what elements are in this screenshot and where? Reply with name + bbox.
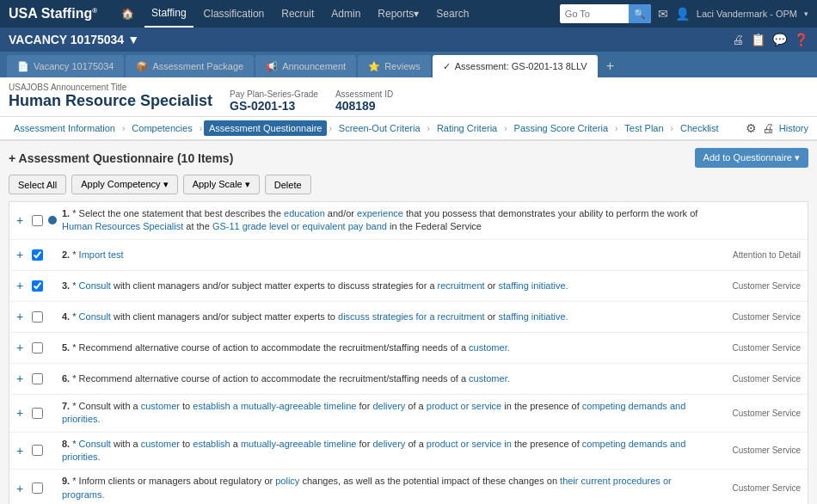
bc-assessment-information[interactable]: Assessment Information [9,120,120,136]
bc-competencies[interactable]: Competencies [126,120,197,136]
question-text-8: 8. * Consult with a customer to establis… [62,438,710,464]
tab-announcement[interactable]: 📢 Announcement [255,55,356,77]
bc-right-icons: ⚙ 🖨 History [746,121,808,135]
vacancy-title: VACANCY 10175034 ▼ [9,33,139,46]
bc-sep-4: › [427,124,430,133]
toolbar: Select All Apply Competency ▾ Apply Scal… [9,175,808,194]
checkbox-5[interactable] [32,342,43,353]
breadcrumb-nav: Assessment Information › Competencies › … [0,117,817,141]
checkbox-3[interactable] [32,280,43,292]
bc-sep-1: › [122,124,125,133]
table-row: + 2. * Import test Attention to Detail [9,240,808,271]
assessment-id-group: Assessment ID 408189 [335,89,393,113]
question-tag-6: Customer Service [715,374,801,384]
mail-icon[interactable]: ✉ [658,7,668,21]
print-bc-icon[interactable]: 🖨 [762,121,774,135]
question-tag-3: Customer Service [715,281,801,291]
nav-home[interactable]: 🏠 [114,0,141,28]
bc-sep-7: › [671,124,673,133]
tab-vacancy[interactable]: 📄 Vacancy 10175034 [7,55,124,77]
user-name: Laci Vandermark - OPM [697,9,797,19]
expand-icon-8[interactable]: + [16,444,27,458]
table-row: + 5. * Recommend alternative course of a… [9,333,808,364]
question-tag-5: Customer Service [715,343,801,353]
bc-passing-score[interactable]: Passing Score Criteria [509,120,613,136]
checkbox-4[interactable] [32,311,43,323]
expand-icon-3[interactable]: + [16,279,27,292]
bc-screen-out[interactable]: Screen-Out Criteria [334,120,426,136]
bc-sep-5: › [504,124,507,133]
section-header: + Assessment Questionnaire (10 Items) Ad… [9,148,808,168]
nav-links: 🏠 Staffing Classification Recruit Admin … [114,0,560,28]
table-row: + 3. * Consult with client managers and/… [9,271,808,302]
print-icon[interactable]: 🖨 [732,33,744,46]
bc-checklist[interactable]: Checklist [675,120,724,136]
tab-vacancy-icon: 📄 [17,61,29,72]
apply-competency-button[interactable]: Apply Competency ▾ [71,175,177,194]
goto-search[interactable]: 🔍 [560,4,651,23]
pay-plan-label: Pay Plan-Series-Grade [230,89,318,99]
question-text-6: 6. * Recommend alternative course of act… [62,372,710,385]
question-tag-7: Customer Service [715,409,801,418]
question-text-9: 9. * Inform clients or managers about re… [62,475,710,501]
tab-assessment-active[interactable]: ✓ Assessment: GS-0201-13 8LLV [433,55,598,77]
table-row: + 7. * Consult with a customer to establ… [9,395,808,433]
table-row: + 6. * Recommend alternative course of a… [9,364,808,395]
nav-classification[interactable]: Classification [197,0,272,28]
vacancy-dropdown-icon[interactable]: ▼ [127,33,139,46]
table-row: + 8. * Consult with a customer to establ… [9,433,808,470]
bc-test-plan[interactable]: Test Plan [619,120,668,136]
question-tag-9: Customer Service [715,483,801,493]
checkbox-2[interactable] [32,249,43,261]
checkbox-7[interactable] [32,408,43,419]
add-to-questionnaire-button[interactable]: Add to Questionnaire ▾ [695,148,808,168]
table-row: + 4. * Consult with client managers and/… [9,302,808,333]
bc-rating-criteria[interactable]: Rating Criteria [432,120,502,136]
expand-icon-2[interactable]: + [16,248,27,261]
settings-icon[interactable]: ⚙ [746,121,757,135]
goto-input[interactable] [560,4,629,23]
bc-assessment-questionnaire[interactable]: Assessment Questionnaire [204,120,327,136]
nav-reports[interactable]: Reports ▾ [371,0,426,28]
history-link[interactable]: History [779,123,808,133]
checkbox-6[interactable] [32,373,43,384]
expand-icon-1[interactable]: + [16,213,27,227]
expand-icon-7[interactable]: + [16,406,27,420]
checkbox-1[interactable] [32,215,43,226]
main-content: + Assessment Questionnaire (10 Items) Ad… [0,141,817,504]
question-text-5: 5. * Recommend alternative course of act… [62,341,710,354]
tab-assessment-package-icon: 📦 [136,61,148,72]
checkbox-8[interactable] [32,445,43,456]
bc-sep-3: › [329,124,331,133]
question-text-4: 4. * Consult with client managers and/or… [62,310,710,323]
pay-plan-value: GS-0201-13 [230,99,295,113]
expand-icon-4[interactable]: + [16,310,27,323]
question-list: + 1. * Select the one statement that bes… [9,201,808,504]
nav-admin[interactable]: Admin [324,0,367,28]
job-title: Human Resource Specialist [9,92,212,109]
tab-add-button[interactable]: + [599,55,621,77]
tab-assessment-package[interactable]: 📦 Assessment Package [126,55,254,77]
usajobs-label: USAJOBS Announcement Title [9,83,212,92]
delete-button[interactable]: Delete [265,175,311,194]
nav-recruit[interactable]: Recruit [274,0,321,28]
goto-button[interactable]: 🔍 [629,4,651,23]
header-info: USAJOBS Announcement Title Human Resourc… [0,77,817,117]
expand-icon-6[interactable]: + [16,372,27,385]
expand-icon-5[interactable]: + [16,341,27,354]
user-dropdown-icon[interactable]: ▾ [804,9,808,18]
checkbox-9[interactable] [32,482,43,494]
tab-reviews[interactable]: ⭐ Reviews [358,55,431,77]
nav-search[interactable]: Search [429,0,476,28]
help-icon[interactable]: ❓ [794,33,808,46]
question-tag-2: Attention to Detail [715,250,801,260]
tabs-row: 📄 Vacancy 10175034 📦 Assessment Package … [0,52,817,77]
nav-staffing[interactable]: Staffing [144,0,193,28]
expand-icon-9[interactable]: + [16,482,27,495]
header-labels: USAJOBS Announcement Title Human Resourc… [9,83,808,113]
clipboard-icon[interactable]: 📋 [751,33,765,46]
apply-scale-button[interactable]: Apply Scale ▾ [183,175,260,194]
comment-icon[interactable]: 💬 [772,33,787,46]
select-all-button[interactable]: Select All [9,175,66,194]
tab-announcement-icon: 📢 [266,61,278,72]
